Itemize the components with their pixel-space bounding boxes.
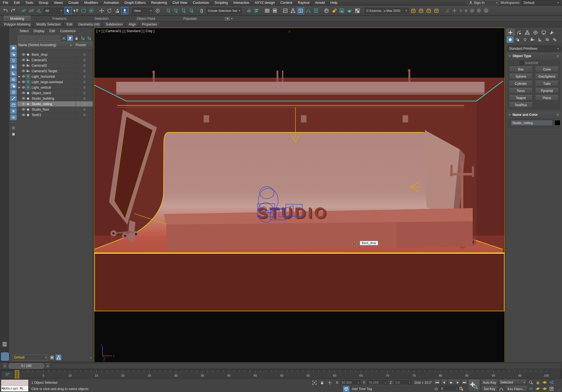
select-and-place-button[interactable] <box>121 7 128 14</box>
scene-object-row[interactable]: Studio_floor <box>17 107 93 112</box>
ribbon-flyout-button[interactable]: ▼▾ <box>219 16 238 21</box>
display-cameras-icon[interactable] <box>10 64 17 70</box>
align-button[interactable] <box>253 7 260 14</box>
menu-rendering[interactable]: Rendering <box>148 0 170 5</box>
next-frame-button[interactable]: |▶ <box>454 380 461 385</box>
scene-object-row[interactable]: Studio_building <box>17 96 93 101</box>
frozen-snowflake-icon[interactable] <box>76 74 93 79</box>
menu-help[interactable]: Help <box>328 0 340 5</box>
toggle-layer-explorer-button[interactable] <box>271 7 278 14</box>
expand-arrow-icon[interactable]: ▶ <box>17 86 21 89</box>
menu-modifiers[interactable]: Modifiers <box>81 0 101 5</box>
previous-frame-button[interactable]: < <box>2 363 8 369</box>
toggle-scene-explorer-button[interactable] <box>264 7 271 14</box>
display-hidden-objects-icon[interactable] <box>10 114 17 120</box>
visibility-eye-icon[interactable] <box>21 97 26 100</box>
menu-edit[interactable]: Edit <box>11 0 23 5</box>
category-cameras[interactable] <box>529 37 536 43</box>
play-button[interactable]: ▶ <box>447 380 455 385</box>
name-column-header[interactable]: Name (Sorted Ascending) ▲ <box>17 43 74 47</box>
autogrid-checkbox[interactable] <box>520 61 524 65</box>
selection-filter-dropdown[interactable]: All▾ <box>44 8 63 14</box>
menu-group[interactable]: Group <box>36 0 51 5</box>
time-slider-track[interactable] <box>51 363 560 369</box>
primitive-category-dropdown[interactable]: Standard Primitives ▾ <box>507 46 561 52</box>
flat-list-icon[interactable] <box>10 125 17 131</box>
menu-graph-editors[interactable]: Graph Editors <box>122 0 148 5</box>
set-keys-button[interactable] <box>468 380 480 392</box>
explorer-menu-customize[interactable]: Customize <box>58 29 78 33</box>
object-type-rollout-header[interactable]: ▼ Object Type ⣿ <box>507 53 561 59</box>
menu-civil-view[interactable]: Civil View <box>170 0 190 5</box>
visibility-eye-icon[interactable] <box>21 91 26 95</box>
frozen-snowflake-icon[interactable] <box>76 96 93 101</box>
go-to-start-button[interactable]: |◀◀ <box>434 380 440 385</box>
display-groups-icon[interactable] <box>10 83 17 89</box>
primitive-button-torus[interactable]: Torus <box>509 88 533 94</box>
set-key-button[interactable]: Set Key <box>481 386 498 392</box>
menu-file[interactable]: File <box>0 0 11 5</box>
menu-tools[interactable]: Tools <box>23 0 36 5</box>
display-bones-icon[interactable] <box>10 96 17 101</box>
frozen-snowflake-icon[interactable] <box>76 85 93 90</box>
frozen-snowflake-icon[interactable] <box>76 68 93 74</box>
menu-content[interactable]: Content <box>278 0 295 5</box>
panel-tab-motion[interactable] <box>531 29 539 36</box>
camera-viewport[interactable]: [ + ] [ Camera01 ] [ Standard ] [ Clay ]… <box>94 27 505 363</box>
mini-curve-editor-button[interactable] <box>1 371 13 378</box>
select-and-move-button[interactable] <box>98 7 105 14</box>
zoom-extents-button[interactable] <box>542 380 547 385</box>
edit-named-selection-sets-button[interactable]: {} <box>198 7 205 14</box>
primitive-button-cone[interactable]: Cone <box>535 66 559 72</box>
scene-converter-button[interactable] <box>443 7 450 14</box>
add-to-active-view-button[interactable] <box>451 7 458 14</box>
scene-object-row[interactable]: Camera02.Target <box>17 68 93 74</box>
display-space-warps-icon[interactable] <box>10 77 17 82</box>
viewport-label[interactable]: [ + ] [ Camera01 ] [ Standard ] [ Clay ] <box>96 29 154 33</box>
selection-region-icon[interactable] <box>312 380 317 385</box>
import-container-button[interactable] <box>410 7 417 14</box>
schematic-view-button[interactable] <box>289 7 297 14</box>
z-coordinate-field[interactable]: 0.0▲▼ <box>394 380 412 385</box>
display-helpers-icon[interactable] <box>10 70 17 76</box>
frozen-snowflake-icon[interactable] <box>76 112 93 117</box>
time-configuration-icon[interactable] <box>458 386 464 391</box>
expand-arrow-icon[interactable]: ▶ <box>17 75 21 78</box>
zoom-button[interactable] <box>528 380 534 385</box>
save-container-button[interactable] <box>417 7 425 14</box>
pan-view-button[interactable] <box>535 386 541 391</box>
rendered-frame-window-button[interactable] <box>338 7 345 14</box>
material-editor-button[interactable] <box>323 7 330 14</box>
display-lights-icon[interactable] <box>10 58 17 63</box>
primitive-button-tube[interactable]: Tube <box>535 81 559 86</box>
primitive-button-teapot[interactable]: Teapot <box>509 95 533 101</box>
primitive-button-geosphere[interactable]: GeoSphere <box>535 74 559 79</box>
scene-object-row[interactable]: ▶Light_large-overhead <box>17 79 93 85</box>
explorer-preset-dropdown[interactable]: Default ▾ <box>12 355 48 360</box>
render-flyout-button[interactable] <box>354 7 361 14</box>
select-object-button[interactable] <box>65 7 72 14</box>
display-frozen-objects-icon[interactable] <box>10 108 17 114</box>
selection-lock-icon[interactable] <box>319 380 325 385</box>
snaps-toggle-3d-button[interactable]: 3 <box>165 7 172 14</box>
visibility-eye-icon[interactable] <box>21 64 26 67</box>
named-selection-set-dropdown[interactable]: Create Selection Set▾ <box>206 8 242 14</box>
menu-customize[interactable]: Customize <box>190 0 212 5</box>
scene-explorer-dock-button[interactable] <box>1 352 9 361</box>
visibility-eye-icon[interactable] <box>21 86 26 89</box>
expand-arrow-icon[interactable]: ▶ <box>17 81 21 83</box>
zoom-extents-all-button[interactable] <box>549 380 554 385</box>
sort-by-hierarchy-icon[interactable] <box>56 355 61 360</box>
primitive-button-plane[interactable]: Plane <box>535 95 559 101</box>
project-folder-dropdown[interactable]: C:\Users\e...s Max 2020▾ <box>365 8 409 14</box>
sign-in-button[interactable]: Sign In ▾ <box>467 0 499 5</box>
scene-object-row[interactable]: ▶Light_horizontal <box>17 74 93 79</box>
menu-raytool[interactable]: Raytool <box>295 0 312 5</box>
rectangular-selection-region-button[interactable] <box>80 7 87 14</box>
visibility-eye-icon[interactable] <box>21 75 26 78</box>
studio-floor-strip[interactable] <box>94 254 505 311</box>
ribbon-section-geometry-all-[interactable]: Geometry (All) <box>76 22 102 27</box>
scene-object-row[interactable]: Text01 <box>17 112 93 118</box>
select-and-scale-button[interactable] <box>113 7 121 14</box>
ribbon-section-properties[interactable]: Properties <box>139 22 160 27</box>
